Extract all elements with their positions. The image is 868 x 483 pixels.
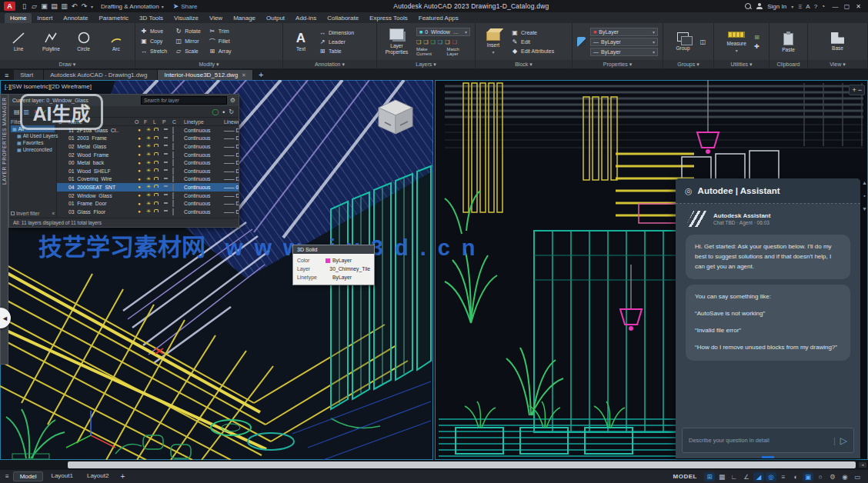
- scrollbar-end-button[interactable]: ◂: [859, 462, 866, 468]
- assistant-input[interactable]: [689, 437, 829, 444]
- ribbon-tab[interactable]: 3D Tools: [134, 13, 169, 23]
- ribbon-tab[interactable]: Express Tools: [364, 13, 413, 23]
- layer-toolbar-icon[interactable]: ◯: [212, 108, 219, 115]
- modify-tool-button[interactable]: ◫Mirror: [175, 37, 201, 46]
- viewcube[interactable]: [374, 97, 417, 140]
- layer-tool-icon[interactable]: ❏: [423, 39, 428, 45]
- scroll-arrow-icon[interactable]: ▼: [862, 206, 867, 212]
- panel-label-view[interactable]: View ▾: [808, 60, 867, 68]
- qat-icon[interactable]: ↶: [69, 2, 79, 10]
- modify-tool-button[interactable]: ▱Scale: [175, 47, 201, 56]
- ribbon-tab[interactable]: Visualize: [169, 13, 204, 23]
- close-tab-icon[interactable]: ✕: [242, 72, 246, 78]
- layer-freeze-icon[interactable]: ☀: [144, 192, 153, 198]
- layer-row[interactable]: 02_Metal_Glass ● ☀ Continuous —— Default: [57, 142, 239, 151]
- layer-row[interactable]: 01_2003_Frame ● ☀ Continuous —— Default: [57, 135, 239, 143]
- panel-label-layers[interactable]: Layers ▾: [377, 60, 475, 68]
- layer-tool-icon[interactable]: ❏: [438, 39, 442, 45]
- filter-tree-item[interactable]: ▦Favorites: [11, 139, 55, 146]
- block-tool-button[interactable]: ◆Edit Attributes: [511, 46, 554, 55]
- layer-on-icon[interactable]: ●: [135, 185, 144, 189]
- layer-row[interactable]: 01_Frame_Door ● ☀ Continuous —— Default: [57, 199, 239, 208]
- sign-in-button[interactable]: Sign In: [767, 3, 786, 10]
- ribbon-tab[interactable]: Collaborate: [322, 13, 364, 23]
- layer-color-swatch[interactable]: [172, 175, 174, 182]
- modify-tool-button[interactable]: ✂Trim: [209, 27, 232, 36]
- annotation-tool-button[interactable]: ⊞Table: [319, 46, 354, 55]
- panel-label-clipboard[interactable]: Clipboard: [770, 60, 807, 68]
- layer-dropdown[interactable]: ■ 0_Window_Glass ▾: [416, 28, 470, 36]
- user-avatar-icon[interactable]: [756, 3, 763, 9]
- layer-freeze-icon[interactable]: ☀: [144, 208, 153, 215]
- layer-on-icon[interactable]: ●: [135, 168, 144, 173]
- layer-freeze-icon[interactable]: ☀: [144, 143, 153, 149]
- scrollbar-thumb[interactable]: [68, 461, 856, 468]
- layer-freeze-icon[interactable]: ☀: [144, 168, 153, 174]
- layer-color-swatch[interactable]: [172, 192, 174, 199]
- layout-tab[interactable]: Layout2: [81, 471, 115, 481]
- ribbon-tab[interactable]: Add-ins: [290, 13, 322, 23]
- layer-freeze-icon[interactable]: ☀: [144, 184, 153, 190]
- modify-tool-button[interactable]: ▣Copy: [140, 37, 167, 46]
- status-toggle-icon[interactable]: ◎: [766, 472, 776, 481]
- qat-icon[interactable]: ▯: [19, 2, 29, 10]
- layer-row[interactable]: 02_Window_Glass ● ☀ Continuous —— Defaul…: [57, 192, 239, 200]
- arc-button[interactable]: Arc: [103, 31, 129, 52]
- measure-button[interactable]: Measure ▾: [723, 29, 749, 53]
- paste-button[interactable]: Paste: [776, 31, 802, 52]
- titlebar-icon[interactable]: A: [806, 3, 810, 10]
- status-toggle-icon[interactable]: ◉: [840, 472, 850, 481]
- status-toggle-icon[interactable]: ▦: [716, 472, 727, 481]
- layout-tab[interactable]: Layout1: [45, 471, 78, 481]
- titlebar-icon[interactable]: Ξ: [798, 3, 802, 10]
- block-tool-button[interactable]: ✎Edit: [511, 37, 554, 46]
- property-dropdown[interactable]: ■ByLayer▾: [590, 28, 658, 36]
- layer-freeze-icon[interactable]: ☀: [144, 160, 153, 166]
- layer-on-icon[interactable]: ●: [135, 202, 144, 206]
- viewport-zoom-controls[interactable]: + −: [849, 85, 865, 95]
- qat-icon[interactable]: ▤: [49, 2, 59, 10]
- workspace-dropdown[interactable]: Drafting & Annotation ▾: [101, 3, 164, 10]
- status-toggle-icon[interactable]: ⊞: [704, 472, 715, 481]
- ribbon-tab[interactable]: Output: [261, 13, 290, 23]
- invert-filter-checkbox[interactable]: [11, 212, 15, 215]
- text-button[interactable]: A Text: [288, 32, 314, 52]
- ribbon-tab[interactable]: Insert: [32, 13, 58, 23]
- group-button[interactable]: Group: [670, 32, 696, 51]
- utility-tool-icon[interactable]: ⊞: [754, 34, 760, 41]
- panel-label-annotation[interactable]: Annotation ▾: [283, 60, 376, 68]
- qat-icon[interactable]: ↷: [79, 2, 89, 10]
- layer-freeze-icon[interactable]: ☀: [144, 152, 153, 158]
- layer-row[interactable]: 01_Covering_Wire ● ☀ Continuous —— Defau…: [57, 175, 239, 184]
- ribbon-tab[interactable]: Annotate: [58, 13, 93, 23]
- block-tool-button[interactable]: ▣Create: [511, 28, 554, 37]
- layer-row[interactable]: 01_Wood_SHELF ● ☀ Continuous —— Default: [57, 167, 239, 175]
- search-icon[interactable]: [745, 3, 752, 10]
- scroll-arrow-icon[interactable]: ▲: [862, 180, 867, 185]
- modify-tool-button[interactable]: ⌒Fillet: [209, 37, 232, 46]
- model-space-label[interactable]: MODEL: [673, 473, 697, 480]
- status-toggle-icon[interactable]: ⚙: [827, 472, 838, 481]
- annotation-tool-button[interactable]: ↔Dimension: [319, 28, 354, 37]
- layer-freeze-icon[interactable]: ☀: [144, 176, 153, 182]
- status-toggle-icon[interactable]: ○: [815, 472, 826, 481]
- layer-row[interactable]: 00_Metal_back ● ☀ Continuous —— Default: [57, 158, 239, 167]
- property-dropdown[interactable]: —ByLayer▾: [590, 48, 658, 56]
- modify-tool-button[interactable]: ↻Rotate: [175, 27, 201, 36]
- layer-color-swatch[interactable]: [172, 135, 174, 142]
- layout-tab[interactable]: Model: [13, 471, 44, 481]
- layer-toolbar-icon[interactable]: ↻: [229, 108, 234, 115]
- layer-row[interactable]: 04_2000SEAT_SNT ● ☀ Continuous —— 0.30: [57, 183, 239, 192]
- file-tab[interactable]: Start: [14, 70, 44, 80]
- window-control-button[interactable]: —: [830, 3, 841, 10]
- utility-tool-icon[interactable]: ✚: [754, 43, 760, 50]
- status-toggle-icon[interactable]: ▣: [803, 472, 813, 481]
- autocad-logo-icon[interactable]: A: [4, 2, 15, 11]
- layer-toolbar-icon[interactable]: ▤: [14, 108, 20, 115]
- scroll-arrow-icon[interactable]: ▪: [863, 193, 865, 198]
- new-layout-button[interactable]: +: [120, 472, 125, 481]
- layer-color-swatch[interactable]: [172, 143, 174, 150]
- filter-tree-item[interactable]: ▦Unreconciled: [11, 146, 55, 153]
- ribbon-tab[interactable]: Parametric: [93, 13, 134, 23]
- layer-freeze-icon[interactable]: ☀: [144, 127, 153, 133]
